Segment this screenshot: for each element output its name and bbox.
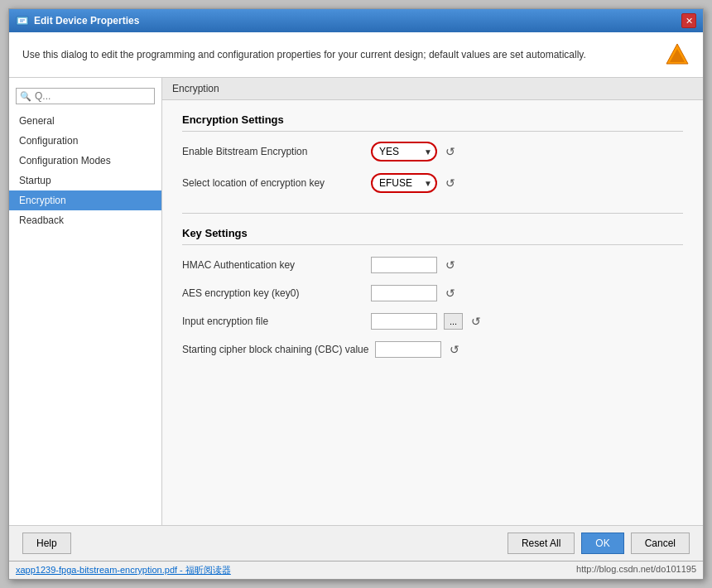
select-location-select[interactable]: EFUSE BBRAM bbox=[371, 173, 437, 193]
hmac-input[interactable] bbox=[371, 257, 437, 273]
cbc-refresh-button[interactable]: ↺ bbox=[448, 343, 461, 356]
cbc-row: Starting cipher block chaining (CBC) val… bbox=[182, 341, 683, 358]
aes-label: AES encryption key (key0) bbox=[182, 287, 364, 299]
svg-rect-1 bbox=[18, 18, 26, 23]
input-file-refresh-button[interactable]: ↺ bbox=[469, 315, 483, 328]
enable-bitstream-label: Enable Bitstream Encryption bbox=[182, 146, 364, 157]
aes-refresh-button[interactable]: ↺ bbox=[444, 287, 457, 300]
sidebar-item-general[interactable]: General bbox=[9, 111, 161, 131]
sidebar-item-configuration[interactable]: Configuration bbox=[9, 131, 161, 151]
select-location-row: Select location of encryption key EFUSE … bbox=[182, 173, 683, 193]
footer-left: Help bbox=[22, 533, 71, 554]
select-location-refresh-button[interactable]: ↺ bbox=[444, 176, 457, 190]
section-body: Encryption Settings Enable Bitstream Enc… bbox=[162, 100, 703, 383]
enable-bitstream-row: Enable Bitstream Encryption YES NO ▼ ↺ bbox=[182, 142, 683, 161]
sidebar-item-general-label: General bbox=[19, 115, 55, 127]
sidebar-item-readback[interactable]: Readback bbox=[9, 210, 161, 230]
enable-bitstream-select[interactable]: YES NO bbox=[371, 142, 437, 161]
header-desc-text: Use this dialog to edit the programming … bbox=[22, 49, 586, 60]
bottom-right-text: http://blog.csdn.net/do101195 bbox=[576, 564, 696, 576]
select-location-label: Select location of encryption key bbox=[182, 177, 364, 189]
encryption-settings-title: Encryption Settings bbox=[182, 113, 683, 132]
aes-row: AES encryption key (key0) ↺ bbox=[182, 285, 683, 301]
bottom-left-link[interactable]: xapp1239-fpga-bitstream-encryption.pdf -… bbox=[16, 564, 231, 576]
input-file-label: Input encryption file bbox=[182, 316, 364, 327]
search-icon: 🔍 bbox=[20, 91, 31, 102]
header-description: Use this dialog to edit the programming … bbox=[9, 32, 703, 78]
title-icon bbox=[16, 14, 29, 27]
bottom-bar: xapp1239-fpga-bitstream-encryption.pdf -… bbox=[9, 561, 703, 579]
help-button[interactable]: Help bbox=[22, 533, 71, 554]
sidebar: 🔍 General Configuration Configuration Mo… bbox=[9, 78, 162, 525]
cbc-input[interactable] bbox=[375, 341, 441, 358]
search-box[interactable]: 🔍 bbox=[16, 88, 155, 104]
hmac-label: HMAC Authentication key bbox=[182, 259, 364, 271]
close-button[interactable]: ✕ bbox=[681, 13, 696, 28]
main-content: 🔍 General Configuration Configuration Mo… bbox=[9, 78, 703, 525]
browse-button[interactable]: ... bbox=[444, 313, 463, 330]
section-divider bbox=[182, 213, 683, 214]
key-settings-title: Key Settings bbox=[182, 227, 683, 245]
sidebar-item-configuration-modes-label: Configuration Modes bbox=[19, 155, 111, 166]
footer: Help Reset All OK Cancel bbox=[9, 525, 703, 561]
sidebar-item-configuration-label: Configuration bbox=[19, 135, 78, 147]
hmac-row: HMAC Authentication key ↺ bbox=[182, 257, 683, 273]
ok-button[interactable]: OK bbox=[581, 533, 623, 554]
title-bar-left: Edit Device Properties bbox=[16, 14, 139, 27]
sidebar-item-readback-label: Readback bbox=[19, 214, 64, 226]
input-file-input[interactable] bbox=[371, 313, 437, 330]
input-file-row: Input encryption file ... ↺ bbox=[182, 313, 683, 330]
content-area: Encryption Encryption Settings Enable Bi… bbox=[162, 78, 703, 525]
enable-bitstream-refresh-button[interactable]: ↺ bbox=[444, 145, 457, 158]
sidebar-item-startup-label: Startup bbox=[19, 175, 51, 186]
sidebar-item-encryption[interactable]: Encryption bbox=[9, 190, 161, 210]
cbc-label: Starting cipher block chaining (CBC) val… bbox=[182, 344, 368, 355]
enable-bitstream-select-wrap: YES NO ▼ bbox=[371, 142, 437, 161]
dialog-title: Edit Device Properties bbox=[34, 15, 139, 27]
search-input[interactable] bbox=[35, 90, 151, 102]
sidebar-item-startup[interactable]: Startup bbox=[9, 171, 161, 190]
footer-right: Reset All OK Cancel bbox=[508, 533, 690, 554]
reset-all-button[interactable]: Reset All bbox=[508, 533, 575, 554]
title-bar: Edit Device Properties ✕ bbox=[9, 9, 703, 32]
dialog: Edit Device Properties ✕ Use this dialog… bbox=[8, 8, 704, 580]
cancel-button[interactable]: Cancel bbox=[631, 533, 690, 554]
select-location-select-wrap: EFUSE BBRAM ▼ bbox=[371, 173, 437, 193]
sidebar-item-encryption-label: Encryption bbox=[19, 195, 66, 206]
aes-input[interactable] bbox=[371, 285, 437, 301]
hmac-refresh-button[interactable]: ↺ bbox=[444, 258, 457, 272]
sidebar-item-configuration-modes[interactable]: Configuration Modes bbox=[9, 151, 161, 171]
section-header: Encryption bbox=[162, 78, 703, 100]
xilinx-logo bbox=[665, 42, 690, 67]
